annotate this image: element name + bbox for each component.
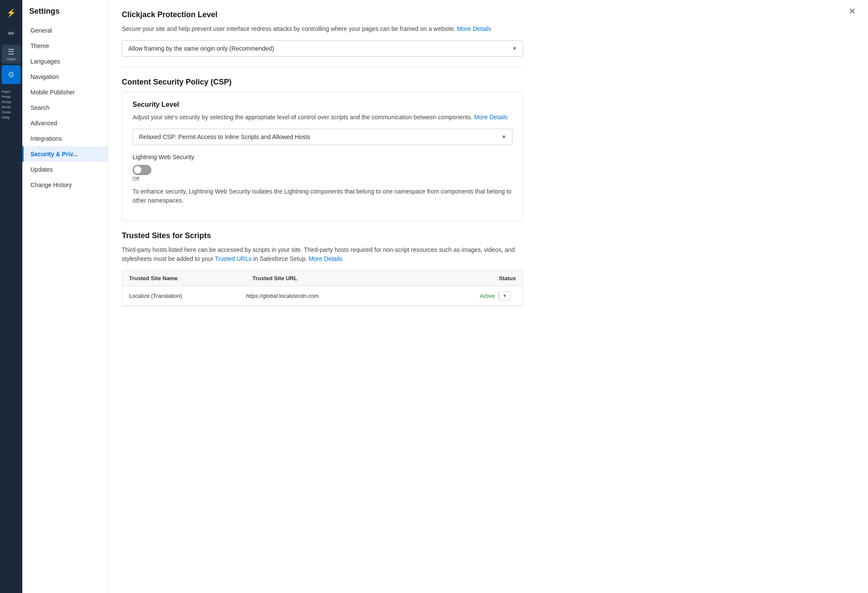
lightning-web-security-toggle[interactable] [133,165,151,175]
close-button[interactable]: ✕ [845,4,859,18]
csp-section: Content Security Policy (CSP) Security L… [122,78,523,221]
toggle-description: To enhance security, Lightning Web Secur… [133,187,512,205]
sidebar-item-general[interactable]: General [22,23,108,38]
csp-level-select[interactable]: Relaxed CSP: Permit Access to Inline Scr… [133,129,512,145]
sidebar-item-security-privacy[interactable]: Security & Priv... [22,146,108,162]
extra-label-peopl: Peopl [2,95,10,99]
trusted-site-status-cell: Active ▼ [473,286,523,306]
sidebar-item-mobile-publisher[interactable]: Mobile Publisher [22,85,108,100]
trusted-sites-section: Trusted Sites for Scripts Third-party ho… [122,231,523,306]
col-header-name: Trusted Site Name [122,271,245,286]
sidebar-item-updates[interactable]: Updates [22,162,108,177]
icon-bar: ⚡ ✏ ☰ Organ ⚙ Paym Peopl Group Workf Cus… [0,0,22,593]
trusted-sites-title: Trusted Sites for Scripts [122,231,523,240]
main-content-area: ✕ Clickjack Protection Level Secure your… [108,0,868,593]
csp-section-title: Content Security Policy (CSP) [122,78,523,87]
toggle-track [133,165,151,175]
security-level-box: Security Level Adjust your site's securi… [122,92,523,221]
security-level-description: Adjust your site's security by selecting… [133,113,512,122]
extra-label-custo: Custo [2,111,11,114]
trusted-site-url: https://global.localizecdn.com [239,287,473,304]
trusted-sites-more-details-link[interactable]: More Details [309,255,343,262]
toggle-wrapper: Off [133,165,512,182]
menu-icon-bar-item[interactable]: ☰ Organ [2,45,21,64]
toggle-off-label: Off [133,176,139,182]
extra-label-workf: Workf [2,106,11,109]
sidebar-title: Settings [22,7,108,23]
menu-icon: ☰ [8,47,15,57]
gear-icon-bar-item[interactable]: ⚙ [2,65,21,84]
security-level-more-details-link[interactable]: More Details [474,114,508,121]
table-header: Trusted Site Name Trusted Site URL Statu… [122,271,523,286]
gear-icon: ⚙ [8,70,15,79]
extra-label-integ: Integ [2,116,9,119]
security-level-title: Security Level [133,101,512,109]
pencil-icon-bar-item[interactable]: ✏ [2,24,21,43]
pencil-icon: ✏ [8,29,15,38]
trusted-sites-description: Third-party hosts listed here can be acc… [122,245,523,263]
status-action-button[interactable]: ▼ [498,291,511,300]
sidebar-item-search[interactable]: Search [22,100,108,115]
col-header-url: Trusted Site URL [245,271,492,286]
clickjack-select-wrapper: Allow framing by the same origin only (R… [122,40,523,57]
clickjack-description: Secure your site and help prevent user i… [122,24,523,33]
sidebar-item-integrations[interactable]: Integrations [22,131,108,146]
col-header-status: Status [492,271,523,286]
clickjack-section: Clickjack Protection Level Secure your s… [122,10,523,57]
divider-1 [122,67,523,67]
toggle-thumb [134,166,142,174]
clickjack-title: Clickjack Protection Level [122,10,523,19]
sidebar: Settings General Theme Languages Navigat… [22,0,108,593]
trusted-site-name: Localize (Translation) [122,287,239,304]
toggle-label: Lightning Web Security [133,154,512,160]
table-row: Localize (Translation) https://global.lo… [122,286,523,306]
clickjack-more-details-link[interactable]: More Details [457,25,491,32]
extra-label-paym: Paym [2,90,10,94]
clickjack-select[interactable]: Allow framing by the same origin only (R… [122,40,523,57]
sidebar-item-theme[interactable]: Theme [22,38,108,54]
trusted-sites-table: Trusted Site Name Trusted Site URL Statu… [122,270,523,306]
trusted-site-status: Active [480,293,495,299]
trusted-urls-link[interactable]: Trusted URLs [215,255,252,262]
sidebar-item-advanced[interactable]: Advanced [22,115,108,131]
sidebar-item-navigation[interactable]: Navigation [22,69,108,85]
menu-icon-label: Organ [6,57,16,61]
status-dropdown-arrow[interactable]: ▼ [499,292,510,300]
lightning-web-security-toggle-container: Lightning Web Security Off To enhance se… [133,154,512,205]
lightning-icon-bar-item[interactable]: ⚡ [2,3,21,22]
csp-select-wrapper: Relaxed CSP: Permit Access to Inline Scr… [133,129,512,145]
sidebar-item-languages[interactable]: Languages [22,54,108,69]
lightning-icon: ⚡ [6,8,16,18]
sidebar-item-change-history[interactable]: Change History [22,177,108,193]
extra-label-group: Group [2,100,11,104]
